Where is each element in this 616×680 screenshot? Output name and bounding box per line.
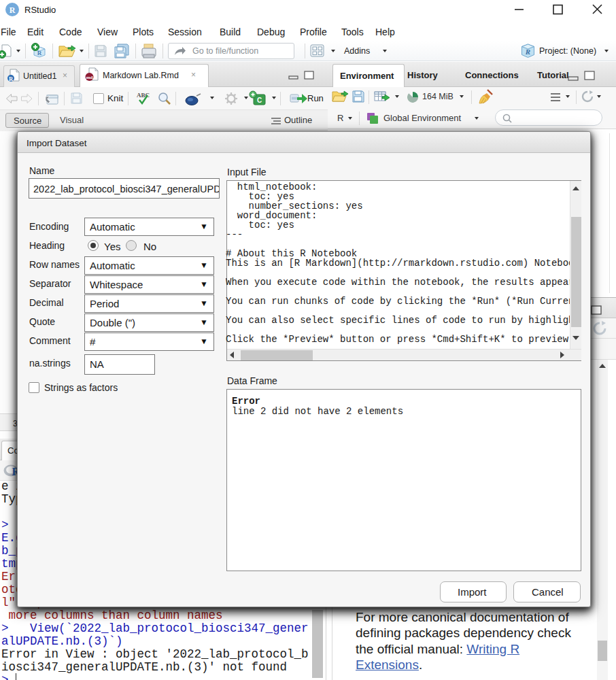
svg-text:R: R [37, 50, 42, 56]
svg-text:ABC: ABC [137, 92, 150, 99]
svg-text:R: R [9, 75, 14, 82]
svg-text:R: R [525, 48, 530, 56]
svg-text:C: C [257, 97, 262, 104]
svg-text:md: md [86, 75, 93, 80]
svg-text:R: R [10, 5, 16, 15]
